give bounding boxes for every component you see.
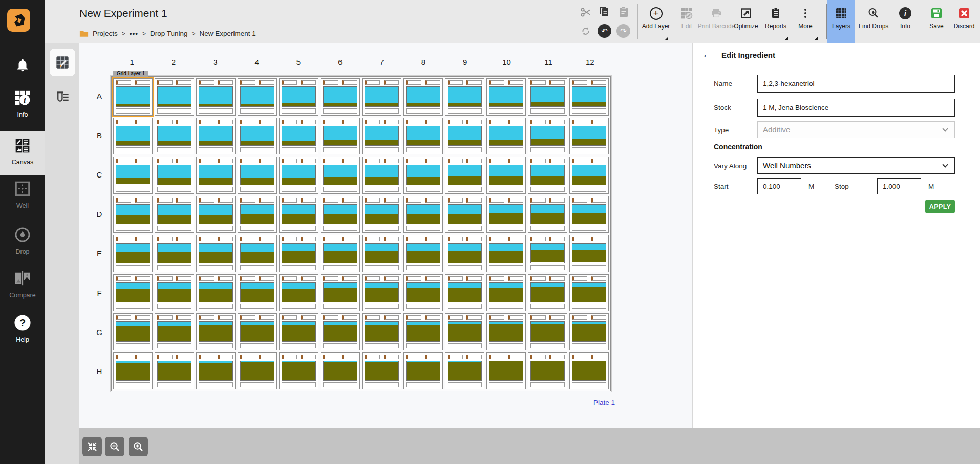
drop-position[interactable] xyxy=(591,159,606,163)
reports-button[interactable]: Reports xyxy=(761,0,791,43)
drop-position[interactable] xyxy=(425,198,440,203)
drop-position[interactable] xyxy=(157,120,173,124)
drop-position[interactable] xyxy=(176,355,191,359)
drop-position[interactable] xyxy=(135,237,150,241)
well-E10[interactable] xyxy=(486,235,526,272)
well-A1[interactable] xyxy=(113,78,153,116)
drop-position[interactable] xyxy=(218,237,233,241)
more-button[interactable]: More xyxy=(791,0,820,43)
well-F12[interactable] xyxy=(569,274,609,312)
well-C5[interactable] xyxy=(279,157,318,194)
drop-position[interactable] xyxy=(116,198,131,203)
drop-position[interactable] xyxy=(466,80,482,85)
drop-position[interactable] xyxy=(549,198,565,203)
drop-position[interactable] xyxy=(448,80,463,85)
drop-position[interactable] xyxy=(425,159,440,163)
drop-position[interactable] xyxy=(342,355,357,359)
print-barcode-button[interactable]: Print Barcode xyxy=(701,0,731,43)
drop-position[interactable] xyxy=(259,198,274,203)
well-E8[interactable] xyxy=(403,235,443,272)
drop-position[interactable] xyxy=(342,198,357,203)
plate-column-label[interactable]: 5 xyxy=(278,58,319,67)
drop-position[interactable] xyxy=(530,120,546,124)
drop-position[interactable] xyxy=(176,237,191,241)
drop-position[interactable] xyxy=(406,237,421,241)
plate-row-label[interactable]: A xyxy=(92,76,107,116)
well-B11[interactable] xyxy=(528,118,567,155)
plate-row-label[interactable]: G xyxy=(92,313,107,352)
drop-position[interactable] xyxy=(259,237,274,241)
sidebar-item-canvas[interactable]: Canvas xyxy=(0,131,45,175)
drop-position[interactable] xyxy=(508,120,523,124)
well-B9[interactable] xyxy=(445,118,484,155)
well-B1[interactable] xyxy=(113,118,153,155)
drop-position[interactable] xyxy=(365,80,380,85)
well-D10[interactable] xyxy=(486,196,526,233)
well-H11[interactable] xyxy=(528,352,567,390)
find-drops-button[interactable]: Find Drops xyxy=(857,0,890,43)
drop-position[interactable] xyxy=(425,80,440,85)
drop-position[interactable] xyxy=(323,355,338,359)
well-H2[interactable] xyxy=(155,352,194,390)
drop-position[interactable] xyxy=(176,80,191,85)
drop-position[interactable] xyxy=(240,120,255,124)
rail-item-ingredients-list[interactable] xyxy=(50,83,75,111)
plate-column-label[interactable]: 9 xyxy=(444,58,486,67)
drop-position[interactable] xyxy=(135,159,150,163)
well-C1[interactable] xyxy=(113,157,153,194)
well-A12[interactable] xyxy=(569,78,609,116)
drop-position[interactable] xyxy=(176,120,191,124)
drop-position[interactable] xyxy=(323,237,338,241)
well-D3[interactable] xyxy=(196,196,236,233)
drop-position[interactable] xyxy=(199,80,214,85)
drop-position[interactable] xyxy=(218,120,233,124)
well-C2[interactable] xyxy=(155,157,194,194)
drop-position[interactable] xyxy=(572,80,587,85)
well-D2[interactable] xyxy=(155,196,194,233)
drop-position[interactable] xyxy=(301,276,316,281)
well-C7[interactable] xyxy=(362,157,401,194)
well-A6[interactable] xyxy=(321,78,360,116)
well-F8[interactable] xyxy=(403,274,443,312)
drop-position[interactable] xyxy=(384,159,399,163)
well-B12[interactable] xyxy=(569,118,609,155)
type-select[interactable]: Additive xyxy=(757,121,955,138)
well-D6[interactable] xyxy=(321,196,360,233)
sidebar-item-well[interactable]: Well xyxy=(0,180,45,209)
drop-position[interactable] xyxy=(282,355,297,359)
drop-position[interactable] xyxy=(157,355,173,359)
drop-position[interactable] xyxy=(282,198,297,203)
drop-position[interactable] xyxy=(425,315,440,320)
drop-position[interactable] xyxy=(259,159,274,163)
well-C6[interactable] xyxy=(321,157,360,194)
drop-position[interactable] xyxy=(448,355,463,359)
drop-position[interactable] xyxy=(116,355,131,359)
drop-position[interactable] xyxy=(591,355,606,359)
drop-position[interactable] xyxy=(508,237,523,241)
drop-position[interactable] xyxy=(530,315,546,320)
drop-position[interactable] xyxy=(591,237,606,241)
well-F2[interactable] xyxy=(155,274,194,312)
drop-position[interactable] xyxy=(384,237,399,241)
well-C8[interactable] xyxy=(403,157,443,194)
well-A10[interactable] xyxy=(486,78,526,116)
well-C3[interactable] xyxy=(196,157,236,194)
drop-position[interactable] xyxy=(365,159,380,163)
well-H12[interactable] xyxy=(569,352,609,390)
drop-position[interactable] xyxy=(218,80,233,85)
well-D7[interactable] xyxy=(362,196,401,233)
well-C12[interactable] xyxy=(569,157,609,194)
well-H1[interactable] xyxy=(113,352,153,390)
drop-position[interactable] xyxy=(301,198,316,203)
plate-column-label[interactable]: 3 xyxy=(195,58,236,67)
plate-column-label[interactable]: 2 xyxy=(153,58,194,67)
stop-input[interactable] xyxy=(877,178,921,194)
drop-position[interactable] xyxy=(530,198,546,203)
drop-position[interactable] xyxy=(199,237,214,241)
drop-position[interactable] xyxy=(425,276,440,281)
drop-position[interactable] xyxy=(282,315,297,320)
drop-position[interactable] xyxy=(572,276,587,281)
drop-position[interactable] xyxy=(508,80,523,85)
info-button[interactable]: i Info xyxy=(890,0,920,43)
well-G1[interactable] xyxy=(113,313,153,350)
